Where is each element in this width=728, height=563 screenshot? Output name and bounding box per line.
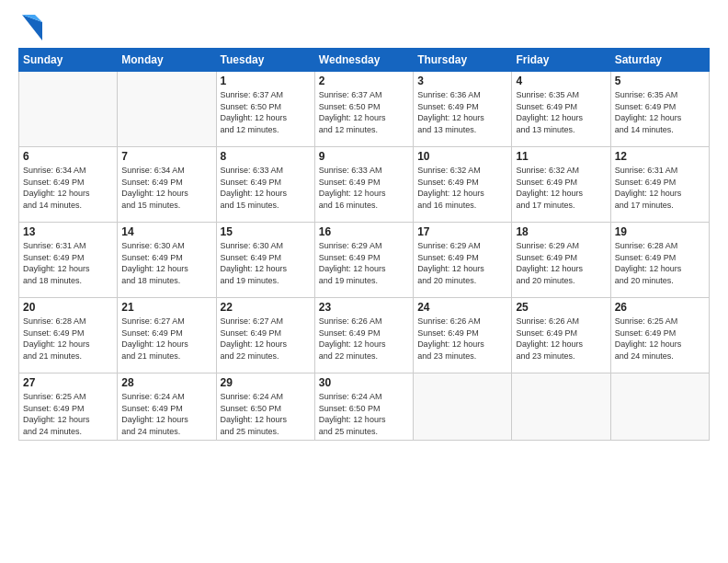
day-info: Sunrise: 6:33 AM Sunset: 6:49 PM Dayligh… <box>319 165 409 211</box>
calendar-cell <box>19 72 118 147</box>
calendar-cell <box>610 373 709 441</box>
calendar-cell: 8Sunrise: 6:33 AM Sunset: 6:49 PM Daylig… <box>216 147 314 223</box>
calendar-cell: 19Sunrise: 6:28 AM Sunset: 6:49 PM Dayli… <box>610 223 709 298</box>
day-number: 12 <box>615 150 705 163</box>
day-number: 25 <box>516 301 606 314</box>
calendar-cell: 9Sunrise: 6:33 AM Sunset: 6:49 PM Daylig… <box>314 147 413 223</box>
day-number: 1 <box>221 75 311 87</box>
day-number: 5 <box>615 75 705 87</box>
calendar-cell <box>512 373 610 441</box>
day-info: Sunrise: 6:37 AM Sunset: 6:50 PM Dayligh… <box>319 89 409 135</box>
day-info: Sunrise: 6:28 AM Sunset: 6:49 PM Dayligh… <box>615 240 705 286</box>
day-number: 6 <box>23 150 113 163</box>
calendar-cell: 10Sunrise: 6:32 AM Sunset: 6:49 PM Dayli… <box>414 147 512 223</box>
day-number: 20 <box>23 301 113 314</box>
day-number: 22 <box>221 301 311 314</box>
calendar-week-row: 20Sunrise: 6:28 AM Sunset: 6:49 PM Dayli… <box>19 298 710 373</box>
calendar-week-row: 13Sunrise: 6:31 AM Sunset: 6:49 PM Dayli… <box>19 223 710 298</box>
calendar-cell: 12Sunrise: 6:31 AM Sunset: 6:49 PM Dayli… <box>610 147 709 223</box>
day-info: Sunrise: 6:31 AM Sunset: 6:49 PM Dayligh… <box>615 165 705 211</box>
calendar-cell: 21Sunrise: 6:27 AM Sunset: 6:49 PM Dayli… <box>118 298 216 373</box>
calendar-cell: 14Sunrise: 6:30 AM Sunset: 6:49 PM Dayli… <box>118 223 216 298</box>
calendar-cell: 6Sunrise: 6:34 AM Sunset: 6:49 PM Daylig… <box>19 147 118 223</box>
day-info: Sunrise: 6:26 AM Sunset: 6:49 PM Dayligh… <box>319 316 409 362</box>
day-number: 27 <box>23 376 113 389</box>
calendar-header-saturday: Saturday <box>610 49 709 72</box>
day-number: 30 <box>319 376 409 389</box>
day-info: Sunrise: 6:30 AM Sunset: 6:49 PM Dayligh… <box>121 240 211 286</box>
day-info: Sunrise: 6:27 AM Sunset: 6:49 PM Dayligh… <box>121 316 211 362</box>
day-info: Sunrise: 6:24 AM Sunset: 6:50 PM Dayligh… <box>221 391 311 437</box>
calendar-cell: 30Sunrise: 6:24 AM Sunset: 6:50 PM Dayli… <box>314 373 413 441</box>
day-info: Sunrise: 6:34 AM Sunset: 6:49 PM Dayligh… <box>121 165 211 211</box>
day-number: 7 <box>121 150 211 163</box>
day-info: Sunrise: 6:25 AM Sunset: 6:49 PM Dayligh… <box>23 391 113 437</box>
calendar-cell: 7Sunrise: 6:34 AM Sunset: 6:49 PM Daylig… <box>118 147 216 223</box>
calendar-cell: 4Sunrise: 6:35 AM Sunset: 6:49 PM Daylig… <box>512 72 610 147</box>
calendar-cell: 24Sunrise: 6:26 AM Sunset: 6:49 PM Dayli… <box>414 298 512 373</box>
day-info: Sunrise: 6:33 AM Sunset: 6:49 PM Dayligh… <box>221 165 311 211</box>
calendar-cell: 17Sunrise: 6:29 AM Sunset: 6:49 PM Dayli… <box>414 223 512 298</box>
day-info: Sunrise: 6:24 AM Sunset: 6:49 PM Dayligh… <box>121 391 211 437</box>
day-number: 11 <box>516 150 606 163</box>
day-info: Sunrise: 6:29 AM Sunset: 6:49 PM Dayligh… <box>417 240 507 286</box>
day-info: Sunrise: 6:32 AM Sunset: 6:49 PM Dayligh… <box>516 165 606 211</box>
calendar-week-row: 27Sunrise: 6:25 AM Sunset: 6:49 PM Dayli… <box>19 373 710 441</box>
calendar-cell: 23Sunrise: 6:26 AM Sunset: 6:49 PM Dayli… <box>314 298 413 373</box>
calendar-cell: 22Sunrise: 6:27 AM Sunset: 6:49 PM Dayli… <box>216 298 314 373</box>
day-number: 18 <box>516 225 606 238</box>
day-info: Sunrise: 6:29 AM Sunset: 6:49 PM Dayligh… <box>516 240 606 286</box>
day-info: Sunrise: 6:37 AM Sunset: 6:50 PM Dayligh… <box>221 89 311 135</box>
day-number: 26 <box>615 301 705 314</box>
calendar-cell: 2Sunrise: 6:37 AM Sunset: 6:50 PM Daylig… <box>314 72 413 147</box>
day-number: 9 <box>319 150 409 163</box>
calendar-header-friday: Friday <box>512 49 610 72</box>
calendar-table: SundayMondayTuesdayWednesdayThursdayFrid… <box>18 48 710 441</box>
calendar-cell: 11Sunrise: 6:32 AM Sunset: 6:49 PM Dayli… <box>512 147 610 223</box>
day-info: Sunrise: 6:30 AM Sunset: 6:49 PM Dayligh… <box>221 240 311 286</box>
svg-marker-0 <box>22 15 42 40</box>
calendar-header-monday: Monday <box>118 49 216 72</box>
day-number: 16 <box>319 225 409 238</box>
calendar-header-wednesday: Wednesday <box>314 49 413 72</box>
logo-icon <box>22 15 42 40</box>
day-info: Sunrise: 6:24 AM Sunset: 6:50 PM Dayligh… <box>319 391 409 437</box>
day-number: 28 <box>121 376 211 389</box>
day-info: Sunrise: 6:35 AM Sunset: 6:49 PM Dayligh… <box>615 89 705 135</box>
calendar-cell: 27Sunrise: 6:25 AM Sunset: 6:49 PM Dayli… <box>19 373 118 441</box>
calendar-cell: 1Sunrise: 6:37 AM Sunset: 6:50 PM Daylig… <box>216 72 314 147</box>
calendar-cell: 20Sunrise: 6:28 AM Sunset: 6:49 PM Dayli… <box>19 298 118 373</box>
calendar-cell: 16Sunrise: 6:29 AM Sunset: 6:49 PM Dayli… <box>314 223 413 298</box>
day-info: Sunrise: 6:31 AM Sunset: 6:49 PM Dayligh… <box>23 240 113 286</box>
day-number: 2 <box>319 75 409 87</box>
day-info: Sunrise: 6:32 AM Sunset: 6:49 PM Dayligh… <box>417 165 507 211</box>
day-info: Sunrise: 6:25 AM Sunset: 6:49 PM Dayligh… <box>615 316 705 362</box>
day-number: 10 <box>417 150 507 163</box>
day-number: 17 <box>417 225 507 238</box>
calendar-week-row: 6Sunrise: 6:34 AM Sunset: 6:49 PM Daylig… <box>19 147 710 223</box>
header <box>18 15 710 40</box>
day-info: Sunrise: 6:27 AM Sunset: 6:49 PM Dayligh… <box>221 316 311 362</box>
day-number: 29 <box>221 376 311 389</box>
calendar-cell: 5Sunrise: 6:35 AM Sunset: 6:49 PM Daylig… <box>610 72 709 147</box>
calendar-header-tuesday: Tuesday <box>216 49 314 72</box>
calendar-cell: 15Sunrise: 6:30 AM Sunset: 6:49 PM Dayli… <box>216 223 314 298</box>
day-info: Sunrise: 6:26 AM Sunset: 6:49 PM Dayligh… <box>417 316 507 362</box>
page: SundayMondayTuesdayWednesdayThursdayFrid… <box>0 0 728 563</box>
calendar-header-row: SundayMondayTuesdayWednesdayThursdayFrid… <box>19 49 710 72</box>
logo <box>18 15 42 40</box>
day-number: 24 <box>417 301 507 314</box>
calendar-cell: 29Sunrise: 6:24 AM Sunset: 6:50 PM Dayli… <box>216 373 314 441</box>
day-number: 21 <box>121 301 211 314</box>
day-number: 23 <box>319 301 409 314</box>
day-number: 15 <box>221 225 311 238</box>
calendar-cell: 28Sunrise: 6:24 AM Sunset: 6:49 PM Dayli… <box>118 373 216 441</box>
day-number: 13 <box>23 225 113 238</box>
day-info: Sunrise: 6:26 AM Sunset: 6:49 PM Dayligh… <box>516 316 606 362</box>
calendar-cell <box>414 373 512 441</box>
calendar-cell <box>118 72 216 147</box>
calendar-header-thursday: Thursday <box>414 49 512 72</box>
day-info: Sunrise: 6:28 AM Sunset: 6:49 PM Dayligh… <box>23 316 113 362</box>
calendar-week-row: 1Sunrise: 6:37 AM Sunset: 6:50 PM Daylig… <box>19 72 710 147</box>
calendar-cell: 3Sunrise: 6:36 AM Sunset: 6:49 PM Daylig… <box>414 72 512 147</box>
